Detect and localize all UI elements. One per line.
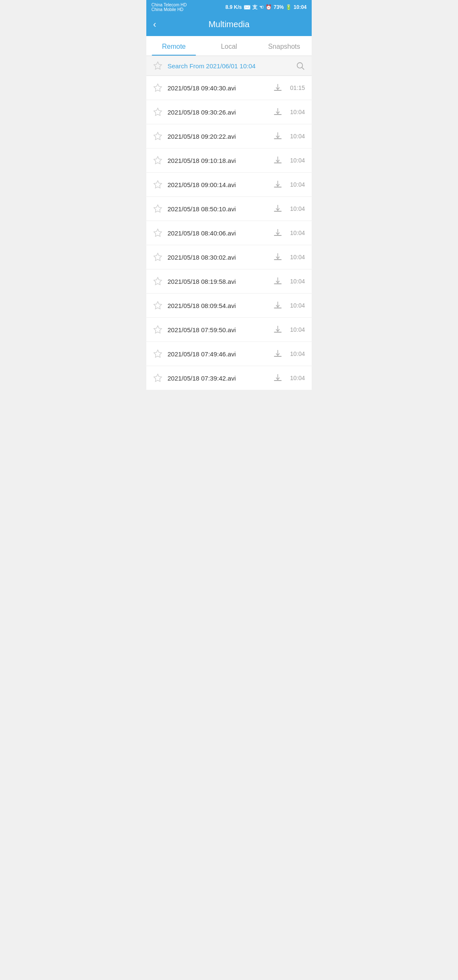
file-time: 10:04 <box>288 133 305 140</box>
svg-marker-0 <box>154 62 162 69</box>
download-icon[interactable] <box>273 204 283 214</box>
carrier2-label: China Mobile HD <box>151 7 187 12</box>
file-star-icon[interactable] <box>153 107 162 117</box>
file-star-icon[interactable] <box>153 373 162 383</box>
file-item: 2021/05/18 09:10:18.avi 10:04 <box>146 148 312 173</box>
file-star-icon[interactable] <box>153 252 162 262</box>
svg-marker-39 <box>154 374 162 381</box>
file-star-icon[interactable] <box>153 277 162 286</box>
file-time: 10:04 <box>288 230 305 236</box>
file-item: 2021/05/18 08:40:06.avi 10:04 <box>146 221 312 245</box>
favorite-star-icon[interactable] <box>153 61 162 70</box>
file-time: 10:04 <box>288 181 305 188</box>
svg-marker-9 <box>154 132 162 140</box>
file-item: 2021/05/18 09:00:14.avi 10:04 <box>146 173 312 197</box>
tab-snapshots[interactable]: Snapshots <box>257 36 312 56</box>
svg-rect-34 <box>274 332 282 333</box>
svg-rect-4 <box>274 90 282 91</box>
svg-marker-18 <box>154 205 162 212</box>
battery-label: 73% <box>274 4 284 10</box>
alipay-icon: 支 <box>252 4 257 11</box>
clock-label: 10:04 <box>293 4 307 10</box>
file-star-icon[interactable] <box>153 301 162 310</box>
carrier1-label: China Telecom HD <box>151 3 187 7</box>
svg-line-2 <box>302 67 304 70</box>
file-time: 10:04 <box>288 350 305 357</box>
tab-local[interactable]: Local <box>201 36 257 56</box>
svg-rect-37 <box>274 356 282 357</box>
svg-rect-10 <box>274 138 282 139</box>
file-time: 10:04 <box>288 326 305 333</box>
file-item: 2021/05/18 07:39:42.avi 10:04 <box>146 366 312 390</box>
svg-marker-3 <box>154 84 162 91</box>
search-icon[interactable] <box>296 61 305 70</box>
file-name: 2021/05/18 08:09:54.avi <box>168 302 268 309</box>
file-name: 2021/05/18 07:39:42.avi <box>168 375 268 382</box>
download-icon[interactable] <box>273 276 283 286</box>
download-icon[interactable] <box>273 373 283 383</box>
svg-rect-40 <box>274 380 282 381</box>
back-button[interactable]: ‹ <box>153 19 156 30</box>
svg-rect-19 <box>274 211 282 212</box>
svg-rect-7 <box>274 114 282 115</box>
tab-remote[interactable]: Remote <box>146 36 201 56</box>
svg-rect-25 <box>274 259 282 260</box>
svg-rect-13 <box>274 162 282 163</box>
file-item: 2021/05/18 09:30:26.avi 10:04 <box>146 100 312 124</box>
file-time: 01:15 <box>288 84 305 91</box>
file-name: 2021/05/18 09:40:30.avi <box>168 84 268 92</box>
file-time: 10:04 <box>288 205 305 212</box>
file-item: 2021/05/18 08:50:10.avi 10:04 <box>146 197 312 221</box>
status-bar: China Telecom HD China Mobile HD 8.9 K/s… <box>146 0 312 14</box>
svg-marker-15 <box>154 181 162 188</box>
status-right: 8.9 K/s ✉️ 支 ☜ ⏰ 73% 🔋 10:04 <box>226 4 307 11</box>
file-time: 10:04 <box>288 109 305 115</box>
download-icon[interactable] <box>273 131 283 141</box>
file-star-icon[interactable] <box>153 132 162 141</box>
battery-icon: 🔋 <box>285 4 292 10</box>
svg-rect-31 <box>274 308 282 308</box>
download-icon[interactable] <box>273 252 283 262</box>
file-item: 2021/05/18 07:59:50.avi 10:04 <box>146 318 312 342</box>
file-item: 2021/05/18 09:40:30.avi 01:15 <box>146 76 312 100</box>
download-icon[interactable] <box>273 107 283 117</box>
download-icon[interactable] <box>273 155 283 165</box>
file-time: 10:04 <box>288 157 305 164</box>
carrier-info: China Telecom HD China Mobile HD <box>151 3 187 12</box>
file-star-icon[interactable] <box>153 325 162 334</box>
svg-marker-27 <box>154 277 162 285</box>
file-name: 2021/05/18 09:20:22.avi <box>168 133 268 140</box>
download-icon[interactable] <box>273 228 283 238</box>
file-name: 2021/05/18 09:00:14.avi <box>168 181 268 188</box>
file-name: 2021/05/18 08:30:02.avi <box>168 254 268 261</box>
file-item: 2021/05/18 08:09:54.avi 10:04 <box>146 294 312 318</box>
file-star-icon[interactable] <box>153 156 162 165</box>
download-icon[interactable] <box>273 83 283 93</box>
svg-marker-30 <box>154 302 162 309</box>
file-star-icon[interactable] <box>153 349 162 358</box>
file-name: 2021/05/18 09:30:26.avi <box>168 109 268 116</box>
download-icon[interactable] <box>273 349 283 359</box>
file-star-icon[interactable] <box>153 228 162 238</box>
svg-marker-6 <box>154 108 162 115</box>
file-name: 2021/05/18 08:50:10.avi <box>168 205 268 213</box>
svg-rect-16 <box>274 187 282 188</box>
file-item: 2021/05/18 07:49:46.avi 10:04 <box>146 342 312 366</box>
file-item: 2021/05/18 08:30:02.avi 10:04 <box>146 245 312 269</box>
file-star-icon[interactable] <box>153 180 162 189</box>
download-icon[interactable] <box>273 179 283 190</box>
file-name: 2021/05/18 07:49:46.avi <box>168 350 268 358</box>
file-name: 2021/05/18 08:40:06.avi <box>168 230 268 237</box>
file-name: 2021/05/18 07:59:50.avi <box>168 326 268 333</box>
download-icon[interactable] <box>273 325 283 335</box>
file-time: 10:04 <box>288 278 305 285</box>
file-star-icon[interactable] <box>153 83 162 92</box>
file-star-icon[interactable] <box>153 204 162 213</box>
file-item: 2021/05/18 09:20:22.avi 10:04 <box>146 124 312 148</box>
svg-marker-21 <box>154 229 162 236</box>
download-icon[interactable] <box>273 300 283 311</box>
svg-marker-36 <box>154 350 162 357</box>
file-item: 2021/05/18 08:19:58.avi 10:04 <box>146 269 312 294</box>
file-list: 2021/05/18 09:40:30.avi 01:15 2021/05/18… <box>146 76 312 390</box>
file-name: 2021/05/18 08:19:58.avi <box>168 278 268 285</box>
